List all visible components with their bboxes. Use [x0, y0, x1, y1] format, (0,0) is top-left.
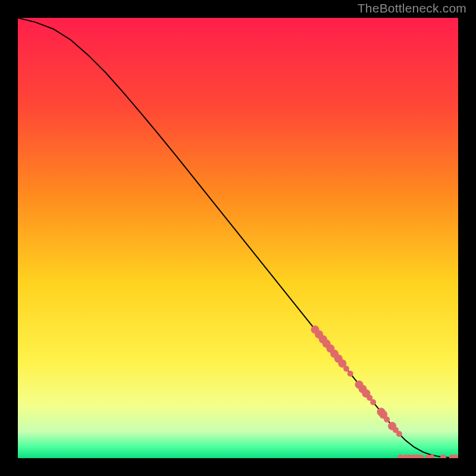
gradient-background: [18, 18, 458, 458]
data-point: [384, 416, 390, 422]
plot-area: [18, 18, 458, 458]
chart-frame: TheBottleneck.com: [0, 0, 476, 476]
data-point: [396, 431, 402, 437]
attribution-label: TheBottleneck.com: [358, 1, 466, 15]
data-point: [370, 399, 376, 405]
bottleneck-chart: [18, 18, 458, 458]
data-point: [343, 366, 349, 372]
data-point: [347, 371, 353, 377]
